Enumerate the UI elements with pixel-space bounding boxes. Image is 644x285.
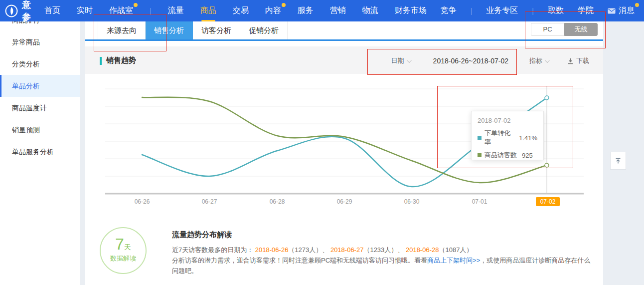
date-dropdown[interactable]: 日期 xyxy=(391,56,410,65)
nav-item-warroom[interactable]: 作战室 xyxy=(109,5,133,16)
tab-bar: 来源去向 销售分析 访客分析 促销分析 PC 无线 xyxy=(85,21,603,41)
nav-item-data-fetch[interactable]: 取数 xyxy=(548,5,564,16)
x-axis-label-highlighted: 07-02 xyxy=(536,197,560,206)
arrow-up-to-bar-icon xyxy=(614,157,622,165)
date-range-value[interactable]: 2018-06-26~2018-07-02 xyxy=(433,57,508,65)
nav-item-market[interactable]: 市场 xyxy=(411,5,427,16)
download-button[interactable]: 下载 xyxy=(567,56,589,65)
nav-divider: | xyxy=(471,7,473,15)
nav-item-trade[interactable]: 交易 xyxy=(233,5,249,16)
nav-left-group: 首页 实时 作战室 | 流量 商品 交易 内容 服务 营销 物流 财务 xyxy=(44,5,411,16)
tooltip-row: 下单转化率 1.41% xyxy=(478,129,537,147)
chart-tooltip: 2018-07-02 下单转化率 1.41% 商品访客数 925 xyxy=(471,111,544,160)
tooltip-series-label: 下单转化率 xyxy=(484,129,514,147)
notification-dot xyxy=(635,3,639,7)
chevron-down-icon xyxy=(407,58,412,63)
download-icon xyxy=(567,58,574,64)
toggle-wireless-button[interactable]: 无线 xyxy=(564,23,598,36)
device-toggle: PC 无线 xyxy=(531,23,598,36)
sidebar-item-single-product-service[interactable]: 单品服务分析 xyxy=(0,141,80,163)
active-nav-underline xyxy=(201,20,215,21)
x-axis-label: 06-28 xyxy=(265,198,289,205)
summary-line2: 分析访客的潜力需求，迎合访客需求！同时注意兼顾PC端和无线端访客访问习惯哦。看看… xyxy=(172,255,596,276)
section-header: 销售趋势 日期 2018-06-26~2018-07-02 指标 下载 xyxy=(85,46,603,74)
notification-dot xyxy=(134,3,138,7)
app-title: 生意参谋 xyxy=(22,0,31,35)
nav-divider: | xyxy=(150,7,152,15)
x-axis-label: 07-01 xyxy=(468,198,491,205)
section-marker xyxy=(100,57,102,65)
nav-item-finance[interactable]: 财务 xyxy=(395,5,411,16)
summary-title: 流量趋势分布解读 xyxy=(172,230,596,240)
chevron-down-icon xyxy=(545,58,550,63)
chart-controls: 日期 2018-06-26~2018-07-02 指标 下载 xyxy=(391,56,589,65)
metric-dropdown[interactable]: 指标 xyxy=(529,56,548,65)
seven-day-badge: 7天 数据解读 xyxy=(100,227,147,274)
notification-dot xyxy=(282,3,286,7)
x-axis-label: 06-26 xyxy=(130,198,154,205)
date-link[interactable]: 2018-06-26 xyxy=(255,246,289,254)
sycm-logo-icon xyxy=(5,4,18,17)
section-title: 销售趋势 xyxy=(106,56,136,65)
nav-item-messages[interactable]: 消息 xyxy=(608,5,635,16)
tab-promotion-analysis[interactable]: 促销分析 xyxy=(240,21,288,39)
top-nav: 生意参谋 首页 实时 作战室 | 流量 商品 交易 内容 服务 营销 物流 财务… xyxy=(0,0,644,21)
nav-item-content[interactable]: 内容 xyxy=(265,5,281,16)
nav-right-group: 市场 竞争 | 业务专区 | 取数 学院 消息 xyxy=(411,5,644,16)
nav-item-academy[interactable]: 学院 xyxy=(578,5,594,16)
date-link[interactable]: 2018-06-27 xyxy=(330,246,364,254)
sidebar-item-single-product-analysis[interactable]: 单品分析 xyxy=(0,75,80,97)
nav-item-realtime[interactable]: 实时 xyxy=(77,5,93,16)
nav-item-business-zone[interactable]: 业务专区 xyxy=(486,5,518,16)
nav-item-traffic[interactable]: 流量 xyxy=(168,5,184,16)
series-color-swatch xyxy=(478,153,482,157)
series-color-swatch xyxy=(478,136,482,140)
tooltip-series-value: 925 xyxy=(522,152,533,159)
tab-visitor-analysis[interactable]: 访客分析 xyxy=(193,21,240,39)
nav-divider: | xyxy=(532,7,534,15)
x-axis-label: 06-30 xyxy=(400,198,424,205)
shelf-time-link[interactable]: 商品上下架时间>> xyxy=(427,257,480,264)
summary-line1: 近7天访客数最多的日期为： 2018-06-26（1273人）、 2018-06… xyxy=(172,245,596,255)
tooltip-series-value: 1.41% xyxy=(519,134,537,142)
date-link[interactable]: 2018-06-28 xyxy=(406,246,439,254)
tooltip-series-label: 商品访客数 xyxy=(484,151,517,160)
x-axis-label: 06-29 xyxy=(332,198,356,205)
sidebar-item-category-analysis[interactable]: 分类分析 xyxy=(0,53,80,75)
tooltip-row: 商品访客数 925 xyxy=(478,151,537,160)
main-content: 来源去向 销售分析 访客分析 促销分析 PC 无线 销售趋势 日期 2018-0… xyxy=(85,21,603,285)
nav-item-competition[interactable]: 竞争 xyxy=(441,5,457,16)
x-axis-label: 06-27 xyxy=(197,198,221,205)
envelope-icon xyxy=(608,8,616,14)
sidebar-item-product-thermometer[interactable]: 商品温度计 xyxy=(0,97,80,119)
sidebar-item-sales-forecast[interactable]: 销量预测 xyxy=(0,119,80,141)
x-axis: 06-26 06-27 06-28 06-29 06-30 07-01 07-0… xyxy=(85,197,603,208)
nav-item-logistics[interactable]: 物流 xyxy=(362,5,378,16)
tooltip-date: 2018-07-02 xyxy=(478,117,537,124)
section-title-block: 销售趋势 xyxy=(100,56,136,65)
nav-item-home[interactable]: 首页 xyxy=(44,5,60,16)
nav-item-marketing[interactable]: 营销 xyxy=(330,5,346,16)
nav-item-products[interactable]: 商品 xyxy=(200,5,216,16)
sidebar: 商品排行 异常商品 分类分析 单品分析 商品温度计 销量预测 单品服务分析 xyxy=(0,21,80,285)
nav-item-service[interactable]: 服务 xyxy=(298,5,314,16)
tab-sales-analysis[interactable]: 销售分析 xyxy=(146,21,193,39)
brand[interactable]: 生意参谋 xyxy=(5,0,31,35)
tab-source-destination[interactable]: 来源去向 xyxy=(98,21,146,39)
toggle-pc-button[interactable]: PC xyxy=(531,23,564,36)
back-to-top-button[interactable] xyxy=(610,152,626,170)
